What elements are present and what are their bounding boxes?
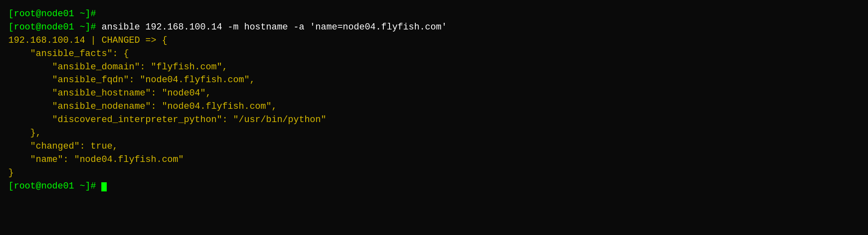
- terminal-text: "name": "node04.flyfish.com": [8, 154, 184, 165]
- terminal-line: [root@node01 ~]#: [8, 180, 860, 193]
- terminal-text: "discovered_interpreter_python": "/usr/b…: [8, 115, 326, 125]
- terminal-text: "ansible_nodename": "node04.flyfish.com"…: [8, 101, 277, 112]
- terminal-cursor: [101, 182, 107, 191]
- terminal-line: "discovered_interpreter_python": "/usr/b…: [8, 113, 860, 127]
- terminal-line: "name": "node04.flyfish.com": [8, 153, 860, 166]
- terminal-text: },: [8, 128, 41, 138]
- terminal-line: "ansible_nodename": "node04.flyfish.com"…: [8, 100, 860, 113]
- terminal-text: [root@node01 ~]#: [8, 22, 101, 32]
- terminal-text: 192.168.100.14 | CHANGED => {: [8, 35, 167, 46]
- terminal-text: "ansible_fqdn": "node04.flyfish.com",: [8, 75, 255, 85]
- terminal-text: [root@node01 ~]#: [8, 181, 101, 191]
- terminal-line: "ansible_facts": {: [8, 47, 860, 61]
- terminal-text: [root@node01 ~]#: [8, 9, 96, 19]
- terminal-line: }: [8, 166, 860, 180]
- terminal-line: "changed": true,: [8, 140, 860, 153]
- terminal-text: "ansible_domain": "flyfish.com",: [8, 62, 228, 72]
- terminal-text: "ansible_facts": {: [8, 49, 129, 59]
- terminal-line: "ansible_hostname": "node04",: [8, 87, 860, 100]
- terminal-line: [root@node01 ~]# ansible 192.168.100.14 …: [8, 21, 860, 34]
- terminal-line: 192.168.100.14 | CHANGED => {: [8, 34, 860, 47]
- terminal-text: ansible 192.168.100.14 -m hostname -a 'n…: [101, 22, 447, 32]
- terminal-text: "ansible_hostname": "node04",: [8, 88, 211, 98]
- terminal-line: "ansible_domain": "flyfish.com",: [8, 61, 860, 74]
- terminal-text: }: [8, 168, 14, 178]
- terminal-line: },: [8, 127, 860, 140]
- terminal-text: "changed": true,: [8, 141, 118, 152]
- terminal-line: "ansible_fqdn": "node04.flyfish.com",: [8, 73, 860, 87]
- terminal-line: [root@node01 ~]#: [8, 7, 860, 21]
- terminal-window: [root@node01 ~]#[root@node01 ~]# ansible…: [8, 7, 860, 193]
